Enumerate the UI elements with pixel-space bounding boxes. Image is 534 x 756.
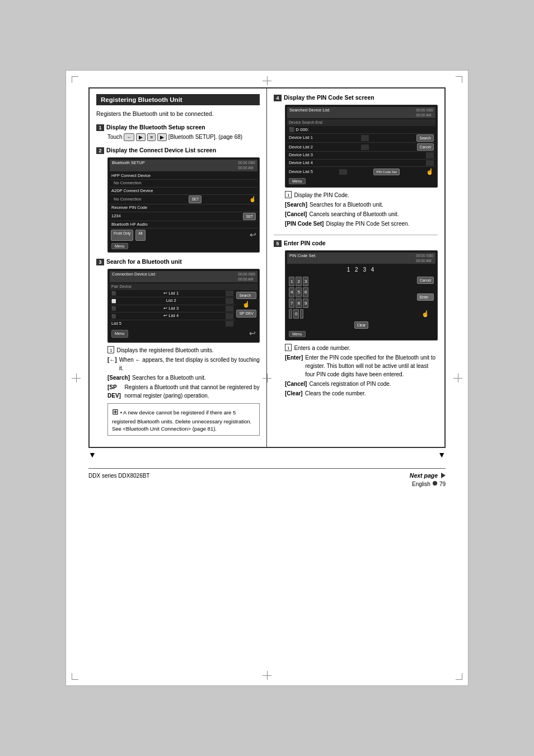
right-column: 4 Display the PIN Code Set screen Search… [267, 88, 444, 447]
s4-bar3 [426, 152, 434, 158]
step4-desc2-bracket: [Search] [285, 200, 307, 209]
s4-list5: Device List 5 [289, 169, 313, 175]
s4-row3: Device List 3 [287, 152, 435, 160]
step5-clear-btn[interactable]: Clear [354, 321, 369, 329]
step5-desc4-text: Clears the code number. [305, 389, 366, 398]
s2-row5-label: Receiver PIN Code [111, 205, 147, 211]
step4-desc4: [PIN Code Set] Display the PIN Code Set … [285, 220, 438, 228]
right-divider [274, 235, 438, 235]
step5-key2[interactable]: 2 [296, 277, 301, 286]
step4-desc1: 1 Display the PIN Code. [285, 191, 438, 199]
step4-label: Display the PIN Code Set screen [284, 94, 374, 101]
step5-enter-btn[interactable]: Enter [417, 293, 434, 301]
step2-title: 2 Display the Connect Device List screen [96, 147, 260, 154]
step5-desc2-text: Enter the PIN code specified for the Blu… [305, 353, 438, 379]
step5-key4[interactable]: 4 [289, 287, 294, 297]
s2-front-only-btn[interactable]: Front Only [111, 230, 133, 241]
step3-menu-btn[interactable]: Menu [111, 330, 128, 338]
step4-screen-titlebar: Searched Device List: 00:00 /00000:00 AM [287, 107, 435, 118]
step5-key3[interactable]: 3 [303, 277, 308, 286]
step2-screen-titlebar: Bluetooth SETUP 00:00 /00000:00 AM [110, 160, 257, 171]
footer: DDX series DDX8026BT Next page [88, 468, 446, 479]
step3-desc3: [Search] Searches for a Bluetooth unit. [107, 374, 260, 382]
step5-clear-area: Clear [287, 320, 435, 330]
step3-screen-titlebar: Connection Device List: 00:00 /00000:00 … [110, 271, 257, 282]
step5-desc4: [Clear] Clears the code number. [285, 389, 438, 398]
step4-desc1-text: Display the PIN Code. [294, 191, 349, 199]
bottom-arrow-right: ▼ [438, 450, 446, 459]
step5-key0[interactable]: 0 [293, 309, 299, 319]
s4-row1: Device List 1 Search [287, 134, 435, 143]
step5-keypad-area: 1 2 3 4 5 6 7 [287, 275, 435, 320]
step3-desc3-bracket: [Search] [107, 374, 130, 382]
step3-list: ⬛ ↩ List 1 ⬜ List 2 ⬛ ↩ [110, 290, 235, 328]
s3-row4: ⬛ ↩ List 4 [110, 312, 235, 320]
step5-key5[interactable]: 5 [296, 287, 301, 297]
step5-key1[interactable]: 1 [289, 277, 294, 286]
crosshair-top [263, 76, 271, 85]
s2-row4: No Connection SET ☝ [110, 195, 257, 204]
step2-screen: Bluetooth SETUP 00:00 /00000:00 AM HFP C… [107, 157, 260, 253]
s3-bar4 [226, 313, 233, 319]
s3-bar3 [226, 306, 233, 312]
s4-list2: Device List 2 [289, 144, 313, 151]
s2-set-btn2[interactable]: SET [243, 213, 256, 220]
step3-desc4-bracket: [SP DEV] [107, 383, 122, 400]
step5-content: PIN Code Set: 00:00 /00000:00 AM 1 2 3 4… [285, 250, 438, 398]
s4-bar4 [426, 160, 434, 166]
step5-screen-titlebar: PIN Code Set: 00:00 /00000:00 AM [287, 253, 435, 264]
step5-desc3-bracket: [Cancel] [285, 380, 307, 388]
s2-row7: Bluetooth HF Audio [110, 221, 257, 229]
step1-title: 1 Display the Bluetooth Setup screen [96, 124, 260, 131]
step5-key9[interactable]: 9 [303, 298, 308, 308]
step4-title: 4 Display the PIN Code Set screen [274, 94, 438, 101]
page: Registering Bluetooth Unit Registers the… [65, 70, 469, 686]
step4-desc4-bracket: [PIN Code Set] [285, 220, 324, 228]
step3-desc4-text: Registers a Bluetooth unit that cannot b… [124, 383, 260, 400]
step5-row2: 4 5 6 [289, 287, 415, 297]
s3-list4: ↩ List 4 [163, 313, 179, 319]
step5-touch-icon: ☝ [417, 310, 434, 318]
step3-title: 3 Search for a Bluetooth unit [96, 258, 260, 265]
step5-key6[interactable]: 6 [303, 287, 308, 297]
step3-desc3-text: Searches for a Bluetooth unit. [132, 374, 206, 382]
step4-desc4-text: Display the PIN Code Set screen. [326, 220, 409, 228]
crosshair-center [263, 374, 271, 382]
step3-spdev-btn[interactable]: SP DEV [236, 310, 256, 318]
s4-row5: Device List 5 PIN Code Set ☝ [287, 167, 435, 176]
s2-row1-label: HFP Connect Device [111, 173, 151, 179]
step5-key8[interactable]: 8 [296, 298, 301, 308]
s2-set-btn[interactable]: SET [189, 195, 202, 203]
s2-menu-btn[interactable]: Menu [111, 243, 128, 249]
s3-list3: ↩ List 3 [163, 306, 179, 312]
step3-content: Connection Device List: 00:00 /00000:00 … [107, 269, 260, 436]
step2-label: Display the Connect Device List screen [106, 147, 216, 153]
step4-content: Searched Device List: 00:00 /00000:00 AM… [285, 105, 438, 228]
intro-text: Registers the Bluetooth unit to be conne… [96, 110, 260, 118]
step4-search-end: Device Search End [287, 119, 435, 126]
step2-num: 2 [96, 147, 104, 154]
step5-menu-btn[interactable]: Menu [289, 331, 306, 337]
s4-pin-btn[interactable]: PIN Code Set [373, 169, 400, 175]
s2-row2-label: No Connection [111, 180, 142, 186]
s4-search-btn[interactable]: Search [416, 134, 434, 142]
step3-search-btn[interactable]: Search [236, 292, 256, 299]
step4-menu-btn[interactable]: Menu [289, 178, 306, 184]
s4-bar5 [339, 169, 347, 175]
s4-cancel-btn[interactable]: Cancel [417, 143, 434, 151]
step4-block: 4 Display the PIN Code Set screen Search… [274, 94, 438, 228]
s2-arrow-icon: ↩ [250, 230, 256, 241]
step1-btn-back: ← [124, 133, 134, 142]
step5-cancel-btn[interactable]: Cancel [417, 277, 434, 284]
step5-key7[interactable]: 7 [289, 298, 294, 308]
step3-back-icon: ↩ [249, 328, 256, 339]
s2-all-btn[interactable]: All [135, 230, 145, 241]
step1-content: Touch ← ▶ ≡ ▶ [Bluetooth SETUP]. (page 6… [107, 133, 260, 142]
step3-label: Search for a Bluetooth unit [106, 258, 182, 265]
s2-row7-label: Bluetooth HF Audio [111, 222, 148, 228]
s4-list3: Device List 3 [289, 152, 313, 158]
step4-icon-row: ⬛ D 000: [287, 126, 435, 134]
step2-screen-title: Bluetooth SETUP [112, 160, 145, 170]
step5-desc1-text: Enters a code number. [294, 344, 350, 352]
step3-desc1-num: 1 [107, 346, 114, 353]
